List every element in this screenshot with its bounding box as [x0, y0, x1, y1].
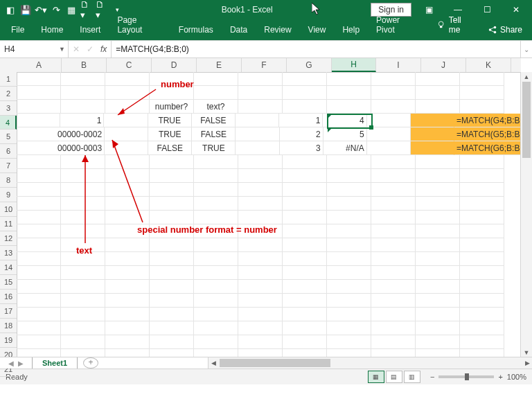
cell-B13[interactable] [61, 238, 105, 252]
cell-I2[interactable] [371, 86, 416, 100]
cell-H15[interactable] [327, 266, 371, 280]
cell-E4[interactable]: FALSE [192, 114, 236, 127]
cell-I5[interactable] [367, 127, 411, 141]
zoom-in-button[interactable]: + [498, 373, 502, 381]
cell-D3[interactable]: number? [150, 100, 194, 114]
cell-D18[interactable] [150, 308, 194, 321]
row-header-10[interactable]: 10 [0, 202, 17, 217]
cell-D9[interactable] [150, 183, 194, 197]
cell-E16[interactable] [194, 280, 238, 294]
cell-B3[interactable] [61, 100, 105, 114]
cell-A19[interactable] [17, 321, 61, 335]
cell-H6[interactable]: #N/A [323, 141, 367, 155]
cell-G17[interactable] [283, 294, 327, 308]
cell-E6[interactable]: TRUE [192, 141, 236, 155]
cell-J14[interactable] [416, 252, 460, 266]
cell-I14[interactable] [371, 252, 416, 266]
cell-E1[interactable] [194, 72, 238, 86]
cell-F9[interactable] [238, 183, 283, 197]
cell-E5[interactable]: FALSE [192, 127, 236, 141]
cell-K15[interactable] [460, 266, 504, 280]
cell-grid[interactable]: number?text?1TRUEFALSE14=MATCH(G4;B:B;0)… [17, 72, 521, 357]
cell-J2[interactable] [416, 86, 460, 100]
cell-I20[interactable] [371, 335, 416, 349]
cell-A14[interactable] [17, 252, 61, 266]
cell-D15[interactable] [150, 266, 194, 280]
col-header-J[interactable]: J [421, 58, 466, 72]
view-normal-button[interactable]: ▦ [368, 371, 384, 383]
cell-B20[interactable] [61, 335, 105, 349]
cell-F11[interactable] [238, 211, 283, 224]
col-header-D[interactable]: D [152, 58, 197, 72]
cell-C6[interactable] [105, 141, 148, 155]
cell-C11[interactable] [105, 211, 150, 224]
cell-G6[interactable]: 3 [280, 141, 323, 155]
cell-H12[interactable] [327, 224, 371, 238]
cell-F15[interactable] [238, 266, 283, 280]
cell-G9[interactable] [283, 183, 327, 197]
chevron-down-icon[interactable]: ▼ [59, 46, 65, 53]
cell-K2[interactable] [460, 86, 504, 100]
cell-D14[interactable] [150, 252, 194, 266]
col-header-K[interactable]: K [466, 58, 511, 72]
formula-expand-icon[interactable]: ⌄ [520, 41, 532, 57]
cell-I19[interactable] [371, 321, 416, 335]
cell-D12[interactable] [150, 224, 194, 238]
cell-E17[interactable] [194, 294, 238, 308]
formula-input[interactable]: =MATCH(G4;B:B;0) [112, 41, 520, 57]
tab-formulas[interactable]: Formulas [172, 22, 220, 37]
cell-K12[interactable] [460, 224, 504, 238]
row-header-16[interactable]: 16 [0, 290, 17, 304]
cell-A20[interactable] [17, 335, 61, 349]
cell-F18[interactable] [238, 308, 283, 321]
cell-B9[interactable] [61, 183, 105, 197]
cell-E3[interactable]: text? [194, 100, 238, 114]
col-header-B[interactable]: B [62, 58, 107, 72]
cell-B8[interactable] [61, 169, 105, 183]
cell-J17[interactable] [416, 294, 460, 308]
horizontal-scrollbar[interactable]: ◀ ▶ [209, 357, 532, 369]
cell-B16[interactable] [61, 280, 105, 294]
tab-file[interactable]: File [4, 22, 31, 37]
row-header-17[interactable]: 17 [0, 304, 17, 319]
tell-me-button[interactable]: Tell me [431, 12, 479, 37]
cell-E7[interactable] [194, 155, 238, 169]
cell-A10[interactable] [17, 197, 61, 211]
cell-I12[interactable] [371, 224, 416, 238]
cell-D8[interactable] [150, 169, 194, 183]
column-headers[interactable]: ABCDEFGHIJK [17, 58, 521, 73]
cell-A9[interactable] [17, 183, 61, 197]
row-header-1[interactable]: 1 [0, 72, 17, 87]
cell-I11[interactable] [371, 211, 416, 224]
row-header-3[interactable]: 3 [0, 101, 17, 116]
sheet-tab[interactable]: Sheet1 [32, 357, 78, 369]
cell-C8[interactable] [105, 169, 150, 183]
cell-B5[interactable]: 00000-0002 [60, 127, 105, 141]
tab-home[interactable]: Home [34, 22, 70, 37]
qat-icon-1[interactable]: ▦ [65, 3, 78, 16]
cell-A8[interactable] [17, 169, 61, 183]
cell-H17[interactable] [327, 294, 371, 308]
cell-K18[interactable] [460, 308, 504, 321]
cell-E11[interactable] [194, 211, 238, 224]
cell-B6[interactable]: 00000-0003 [60, 141, 105, 155]
cell-J6[interactable] [411, 141, 454, 155]
cell-D1[interactable] [150, 72, 194, 86]
cell-B19[interactable] [61, 321, 105, 335]
cell-A2[interactable] [17, 86, 61, 100]
cell-J3[interactable] [416, 100, 460, 114]
cell-H9[interactable] [327, 183, 371, 197]
cell-K10[interactable] [460, 197, 504, 211]
cell-D2[interactable] [150, 86, 194, 100]
cell-J9[interactable] [416, 183, 460, 197]
zoom-value[interactable]: 100% [507, 373, 526, 381]
select-all-corner[interactable] [0, 58, 17, 73]
cell-F1[interactable] [238, 72, 283, 86]
tab-review[interactable]: Review [257, 22, 298, 37]
cell-H10[interactable] [327, 197, 371, 211]
cell-A3[interactable] [17, 100, 61, 114]
autosave-icon[interactable]: ◧ [4, 3, 17, 16]
cell-H8[interactable] [327, 169, 371, 183]
cell-E12[interactable] [194, 224, 238, 238]
cell-B15[interactable] [61, 266, 105, 280]
